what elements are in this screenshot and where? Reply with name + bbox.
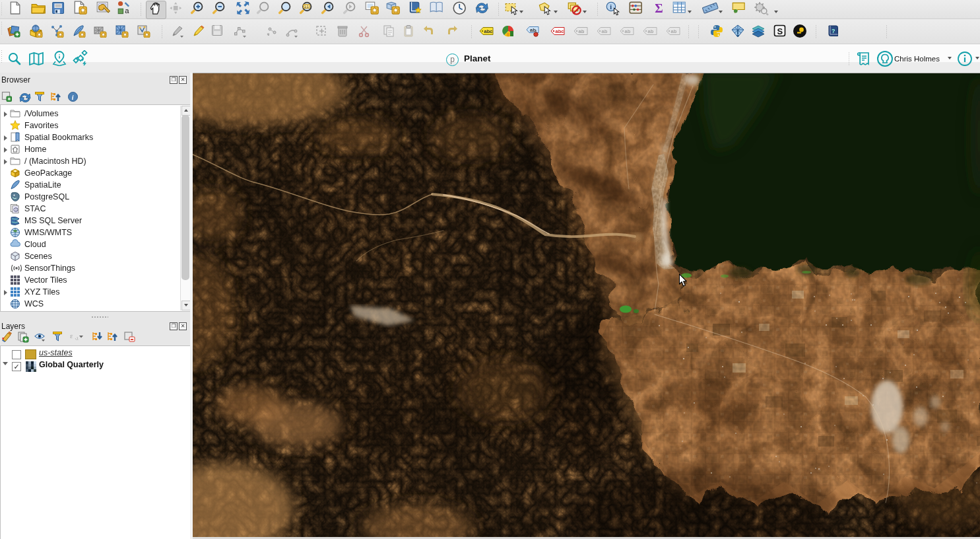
svg-text:Σ: Σ [655, 1, 663, 15]
svg-text:ab: ab [579, 28, 585, 34]
svg-text:i: i [72, 94, 74, 101]
svg-text:abc: abc [484, 28, 493, 34]
svg-text:ab: ab [602, 28, 608, 34]
svg-text:abc: abc [556, 28, 564, 34]
svg-text:ab: ab [671, 28, 677, 34]
svg-text:?: ? [832, 28, 835, 34]
svg-text:a: a [125, 7, 129, 15]
svg-text:ab: ab [648, 28, 654, 34]
svg-text:ab: ab [625, 28, 631, 34]
svg-text:1:1: 1:1 [304, 5, 309, 9]
svg-text:i: i [610, 3, 612, 11]
svg-text:ε: ε [70, 332, 73, 340]
svg-text:S: S [777, 26, 783, 36]
